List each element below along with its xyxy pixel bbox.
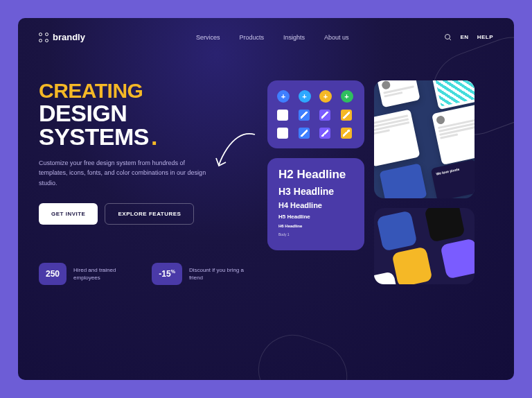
swatch-sq-2[interactable] — [299, 110, 310, 121]
swatch-sq-5[interactable] — [277, 128, 288, 139]
hero-title-line3: SYSTEMS — [39, 125, 149, 148]
hero-title-line1: CREATING — [39, 80, 247, 101]
get-invite-button[interactable]: GET INVITE — [39, 203, 98, 225]
main-content: CREATING DESIGN SYSTEMS. Customize your … — [18, 56, 514, 285]
swatch-sq-3[interactable] — [319, 110, 330, 121]
help-link[interactable]: HELP — [477, 34, 493, 40]
header-actions: EN HELP — [444, 33, 493, 42]
color-palette-card — [267, 80, 364, 148]
typo-h5: H5 Headline — [278, 214, 353, 220]
stat-employees-value: 250 — [39, 263, 66, 285]
nav-about[interactable]: About us — [324, 34, 349, 41]
swatch-sq-6[interactable] — [299, 128, 310, 139]
swatch-add-2[interactable] — [299, 90, 311, 103]
mock-card-title: We love pixels — [436, 167, 460, 176]
hero-title-dot: . — [151, 125, 157, 148]
stat-discount-label: Discount if you bring a friend — [189, 266, 247, 282]
hero-title-line2: DESIGN — [39, 101, 247, 125]
explore-features-button[interactable]: EXPLORE FEATURES — [105, 203, 194, 225]
swatch-sq-8[interactable] — [341, 128, 352, 139]
swatch-sq-1[interactable] — [277, 110, 288, 121]
typo-body: Body 1 — [278, 232, 353, 236]
header: brandly Services Products Insights About… — [18, 18, 514, 56]
typo-h4: H4 Headline — [278, 201, 353, 209]
swatch-add-3[interactable] — [319, 90, 332, 103]
stat-discount: -15% Discount if you bring a friend — [152, 263, 247, 285]
nav-insights[interactable]: Insights — [283, 34, 305, 41]
stats-row: 250 Hired and trained employees -15% Dis… — [39, 263, 247, 285]
swatch-add-4[interactable] — [341, 90, 353, 103]
stat-discount-value: -15% — [152, 263, 182, 285]
main-nav: Services Products Insights About us — [196, 34, 349, 41]
svg-point-0 — [445, 34, 450, 39]
nav-products[interactable]: Products — [239, 34, 264, 41]
typography-card: H2 Headline H3 Headline H4 Headline H5 H… — [267, 158, 364, 250]
svg-line-1 — [449, 38, 451, 40]
typo-h3: H3 Headline — [278, 186, 353, 197]
color-tiles-mockup — [374, 208, 475, 284]
nav-services[interactable]: Services — [196, 34, 220, 41]
decorative-shape-bottom — [249, 325, 357, 380]
typo-h2: H2 Headline — [278, 168, 353, 182]
language-toggle[interactable]: EN — [461, 34, 469, 40]
hero-subtitle: Customize your free design system from h… — [39, 158, 212, 188]
showcase: H2 Headline H3 Headline H4 Headline H5 H… — [267, 80, 493, 285]
swatch-sq-4[interactable] — [341, 110, 352, 121]
swatch-sq-7[interactable] — [319, 128, 330, 139]
hero-cta-group: GET INVITE EXPLORE FEATURES — [39, 203, 247, 225]
logo-text: brandly — [53, 32, 85, 42]
hero-section: CREATING DESIGN SYSTEMS. Customize your … — [39, 80, 247, 285]
stat-employees-label: Hired and trained employees — [73, 266, 131, 282]
swatch-add-1[interactable] — [277, 90, 290, 103]
cards-mockup: We love pixels — [374, 80, 475, 198]
search-icon[interactable] — [444, 33, 452, 42]
typo-h6: H6 Headline — [278, 224, 353, 228]
stat-employees: 250 Hired and trained employees — [39, 263, 131, 285]
logo-icon — [39, 33, 48, 42]
logo[interactable]: brandly — [39, 32, 85, 42]
